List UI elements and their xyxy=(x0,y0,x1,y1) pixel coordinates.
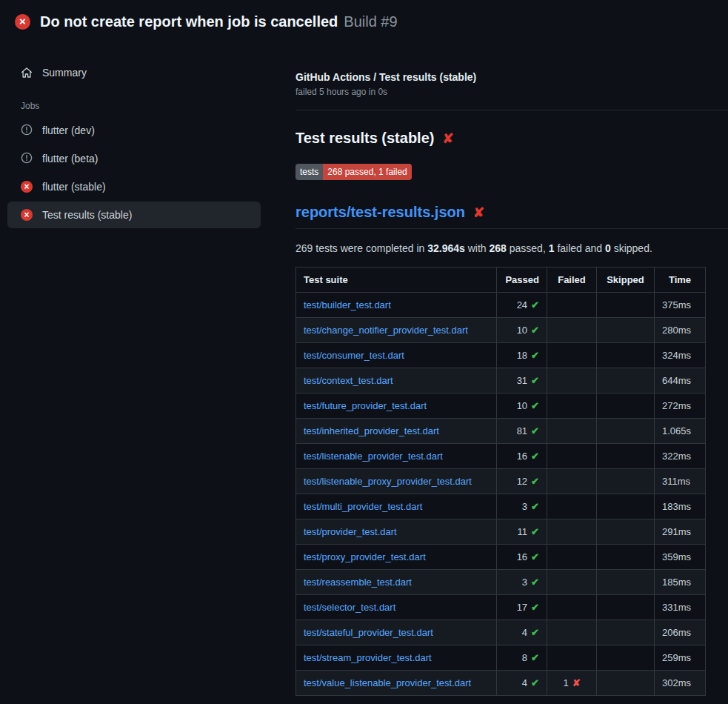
summary-duration: 32.964s xyxy=(427,242,465,254)
section-title: Test results (stable) ✘ xyxy=(295,130,728,147)
main-content: GitHub Actions / Test results (stable) f… xyxy=(295,41,728,696)
passed-cell: 18✔ xyxy=(497,343,547,368)
table-row: test/selector_test.dart 17✔ 331ms xyxy=(296,595,706,620)
col-skipped: Skipped xyxy=(597,268,655,293)
table-row: test/reassemble_test.dart 3✔ 185ms xyxy=(296,570,706,595)
passed-cell: 12✔ xyxy=(497,469,547,494)
report-link[interactable]: reports/test-results.json xyxy=(295,204,465,221)
passed-cell: 31✔ xyxy=(497,368,547,393)
passed-count: 8 xyxy=(522,652,527,663)
suite-link[interactable]: test/provider_test.dart xyxy=(304,526,489,537)
job-label: Test results (stable) xyxy=(42,209,132,221)
suite-link[interactable]: test/stateful_provider_test.dart xyxy=(304,627,489,638)
failed-cell xyxy=(547,519,597,545)
badge-label: tests xyxy=(295,164,323,180)
passed-count: 18 xyxy=(517,350,527,361)
failed-cell xyxy=(547,318,597,343)
job-label: flutter (stable) xyxy=(42,181,106,193)
table-header-row: Test suite Passed Failed Skipped Time xyxy=(296,268,706,293)
sidebar-item-summary[interactable]: Summary xyxy=(7,59,261,86)
passed-count: 24 xyxy=(517,299,527,311)
suite-link[interactable]: test/change_notifier_provider_test.dart xyxy=(304,325,489,336)
suite-cell: test/inherited_provider_test.dart xyxy=(296,419,497,444)
passed-count: 81 xyxy=(517,425,527,436)
suite-link[interactable]: test/proxy_provider_test.dart xyxy=(304,551,489,562)
suite-cell: test/multi_provider_test.dart xyxy=(296,494,497,519)
jobs-heading: Jobs xyxy=(21,101,261,111)
passed-cell: 81✔ xyxy=(497,419,547,444)
x-glyph: × xyxy=(19,16,26,27)
summary-mid3: failed and xyxy=(555,242,606,254)
suite-link[interactable]: test/multi_provider_test.dart xyxy=(304,501,489,512)
suite-link[interactable]: test/selector_test.dart xyxy=(304,602,489,613)
table-body: test/builder_test.dart 24✔ 375ms test/ch… xyxy=(296,293,706,696)
suite-link[interactable]: test/listenable_proxy_provider_test.dart xyxy=(304,476,489,487)
passed-cell: 17✔ xyxy=(497,595,547,620)
sidebar-item-job[interactable]: flutter (beta) xyxy=(7,145,261,172)
job-status-icon xyxy=(21,124,33,136)
time-cell: 1.065s xyxy=(655,419,706,444)
sidebar-item-job[interactable]: × Test results (stable) xyxy=(7,202,261,228)
suite-link[interactable]: test/consumer_test.dart xyxy=(304,350,489,361)
suite-link[interactable]: test/value_listenable_provider_test.dart xyxy=(304,677,489,688)
time-cell: 322ms xyxy=(655,444,706,469)
passed-count: 3 xyxy=(522,501,527,512)
suite-link[interactable]: test/future_provider_test.dart xyxy=(304,400,489,411)
time-cell: 302ms xyxy=(655,671,706,696)
failed-x-icon: ✘ xyxy=(442,132,453,145)
skipped-cell xyxy=(597,570,655,595)
passed-cell: 16✔ xyxy=(497,545,547,570)
suite-link[interactable]: test/stream_provider_test.dart xyxy=(304,652,489,663)
failed-cell xyxy=(547,293,597,318)
summary-failed: 1 xyxy=(549,242,555,254)
passed-count: 16 xyxy=(517,451,527,462)
time-cell: 259ms xyxy=(655,645,706,671)
suite-link[interactable]: test/inherited_provider_test.dart xyxy=(304,425,489,436)
col-time: Time xyxy=(655,268,706,293)
table-row: test/stream_provider_test.dart 8✔ 259ms xyxy=(296,645,706,671)
time-cell: 311ms xyxy=(655,469,706,494)
check-icon: ✔ xyxy=(531,577,539,588)
sidebar-item-job[interactable]: flutter (dev) xyxy=(7,117,261,144)
failed-cell xyxy=(547,393,597,419)
suite-link[interactable]: test/listenable_provider_test.dart xyxy=(304,451,489,462)
suite-link[interactable]: test/reassemble_test.dart xyxy=(304,577,489,588)
job-label: flutter (beta) xyxy=(42,153,98,165)
suite-cell: test/proxy_provider_test.dart xyxy=(296,545,497,570)
failed-cell: 1✘ xyxy=(547,671,597,696)
time-cell: 375ms xyxy=(655,293,706,318)
suite-link[interactable]: test/context_test.dart xyxy=(304,375,489,386)
job-label: flutter (dev) xyxy=(42,124,95,136)
failed-cell xyxy=(547,368,597,393)
time-cell: 185ms xyxy=(655,570,706,595)
suite-link[interactable]: test/builder_test.dart xyxy=(304,299,489,311)
skipped-cell xyxy=(597,620,655,645)
suite-cell: test/selector_test.dart xyxy=(296,595,497,620)
section-divider xyxy=(295,110,728,110)
summary-line: 269 tests were completed in 32.964s with… xyxy=(295,242,728,254)
table-row: test/inherited_provider_test.dart 81✔ 1.… xyxy=(296,419,706,444)
neutral-status-icon xyxy=(21,152,33,166)
failed-cell xyxy=(547,570,597,595)
job-status-icon xyxy=(21,153,33,165)
table-row: test/context_test.dart 31✔ 644ms xyxy=(296,368,706,393)
suite-cell: test/listenable_provider_test.dart xyxy=(296,444,497,469)
col-test-suite: Test suite xyxy=(296,268,497,293)
suite-cell: test/stateful_provider_test.dart xyxy=(296,620,497,645)
sidebar-item-job[interactable]: × flutter (stable) xyxy=(7,173,261,200)
table-row: test/stateful_provider_test.dart 4✔ 206m… xyxy=(296,620,706,645)
table-row: test/change_notifier_provider_test.dart … xyxy=(296,318,706,343)
passed-cell: 10✔ xyxy=(497,393,547,419)
skipped-cell xyxy=(597,671,655,696)
time-cell: 291ms xyxy=(655,519,706,545)
tests-badge: tests 268 passed, 1 failed xyxy=(295,164,412,180)
summary-passed: 268 xyxy=(490,242,507,254)
failed-cell xyxy=(547,645,597,671)
skipped-cell xyxy=(597,368,655,393)
col-failed: Failed xyxy=(547,268,597,293)
skipped-cell xyxy=(597,393,655,419)
failed-status-icon: × xyxy=(21,181,33,193)
skipped-cell xyxy=(597,519,655,545)
failed-cell xyxy=(547,494,597,519)
check-icon: ✔ xyxy=(531,501,539,512)
